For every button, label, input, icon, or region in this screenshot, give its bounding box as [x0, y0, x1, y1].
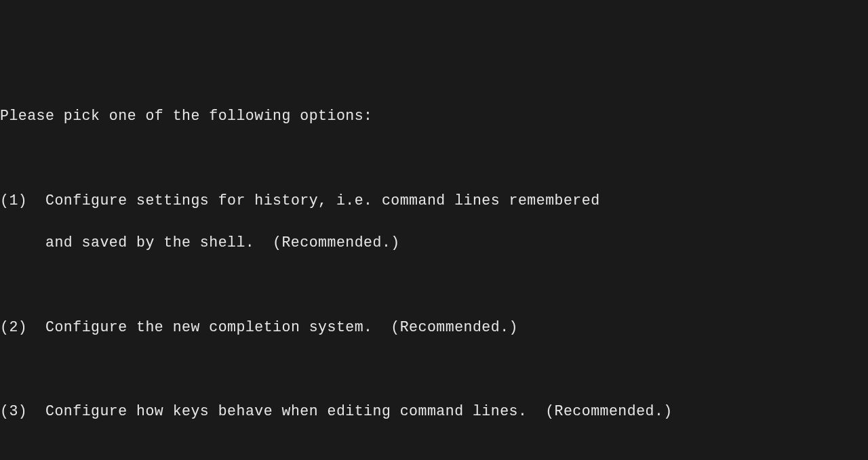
- option-text: Configure the new completion system. (Re…: [45, 319, 518, 335]
- option-text: and saved by the shell. (Recommended.): [45, 234, 400, 251]
- blank-line: [0, 359, 868, 380]
- option-key-2: (2): [0, 319, 27, 335]
- blank-line: [0, 274, 868, 295]
- menu-option-2-line1: (2) Configure the new completion system.…: [0, 317, 868, 338]
- menu-option-1-line2: and saved by the shell. (Recommended.): [0, 232, 868, 253]
- option-text: Configure how keys behave when editing c…: [45, 403, 673, 419]
- option-key-3: (3): [0, 403, 27, 419]
- option-key-1: (1): [0, 192, 27, 209]
- menu-option-1-line1: (1) Configure settings for history, i.e.…: [0, 190, 868, 211]
- option-text: Configure settings for history, i.e. com…: [45, 192, 600, 209]
- terminal-output[interactable]: Please pick one of the following options…: [0, 85, 868, 460]
- blank-line: [0, 444, 868, 460]
- menu-option-3-line1: (3) Configure how keys behave when editi…: [0, 401, 868, 422]
- blank-line: [0, 148, 868, 169]
- intro-line: Please pick one of the following options…: [0, 106, 868, 127]
